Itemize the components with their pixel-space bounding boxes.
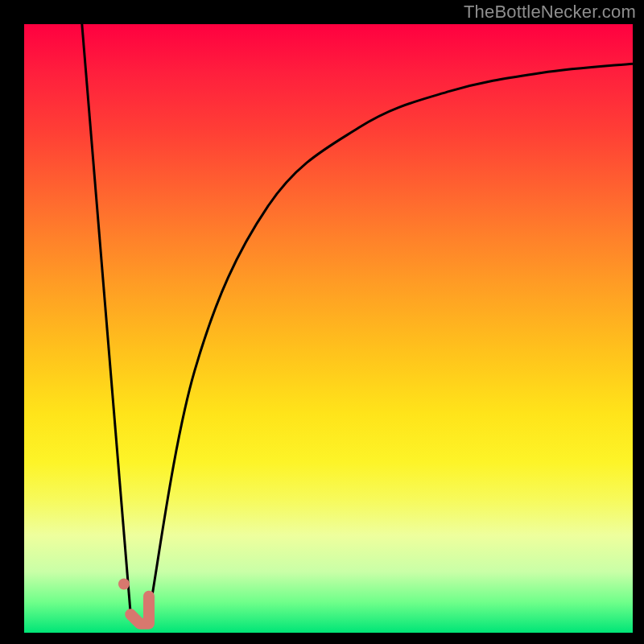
chart-frame: TheBottleNecker.com <box>0 0 644 644</box>
valley-marker <box>130 597 149 624</box>
marker-dot <box>118 579 130 590</box>
plot-area <box>24 24 633 633</box>
curve-left-descent <box>82 24 130 614</box>
curve-right <box>149 64 633 614</box>
watermark-text: TheBottleNecker.com <box>464 2 636 23</box>
curves-layer <box>24 24 633 633</box>
